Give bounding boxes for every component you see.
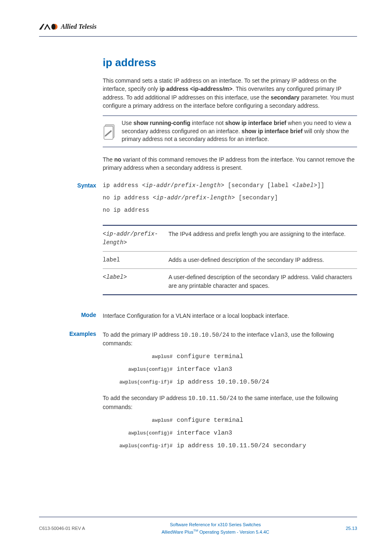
command-prompt: awplus(config)#	[103, 366, 177, 373]
mode-text: Interface Configuration for a VLAN inter…	[103, 312, 357, 320]
command-text: ip address 10.10.10.50/24	[177, 379, 269, 386]
command-row: awplus(config-if)# ip address 10.10.10.5…	[103, 379, 357, 386]
example1-intro: To add the primary IP address 10.10.10.5…	[103, 331, 357, 348]
example1-commands: awplus# configure terminal awplus(config…	[103, 353, 357, 386]
param-name: <label>	[103, 268, 168, 295]
table-row: label Adds a user-defined description of…	[103, 251, 357, 268]
command-row: awplus(config-if)# ip address 10.10.11.5…	[103, 442, 357, 449]
table-row: <ip-addr/prefix-length> The IPv4 address…	[103, 225, 357, 252]
note-callout: Use show running-config interface not sh…	[103, 116, 357, 147]
mode-label: Mode	[39, 312, 103, 326]
footer-divider	[39, 517, 357, 517]
footer-page-number: 25.13	[346, 526, 357, 531]
command-row: awplus(config)# interface vlan3	[103, 430, 357, 437]
note-icon	[103, 123, 116, 140]
command-row: awplus# configure terminal	[103, 353, 357, 360]
param-name: label	[103, 251, 168, 268]
command-row: awplus# configure terminal	[103, 417, 357, 424]
syntax-label: Syntax	[39, 182, 103, 309]
table-row: <label> A user-defined description of th…	[103, 268, 357, 295]
page-title: ip address	[103, 56, 357, 69]
syntax-line-2: no ip address <ip-addr/prefix-length> [s…	[103, 194, 357, 201]
note-text: Use show running-config interface not sh…	[122, 119, 357, 143]
intro-paragraph: This command sets a static IP address on…	[103, 76, 357, 110]
parameter-table: <ip-addr/prefix-length> The IPv4 address…	[103, 225, 357, 295]
command-prompt: awplus(config-if)#	[103, 379, 177, 386]
examples-label: Examples	[39, 331, 103, 458]
command-text: interface vlan3	[177, 366, 232, 373]
param-name: <ip-addr/prefix-length>	[103, 225, 168, 252]
svg-marker-1	[44, 24, 51, 30]
command-prompt: awplus(config)#	[103, 430, 177, 437]
command-prompt: awplus(config-if)#	[103, 442, 177, 449]
command-prompt: awplus#	[103, 417, 177, 424]
command-row: awplus(config)# interface vlan3	[103, 366, 357, 373]
param-desc: The IPv4 address and prefix length you a…	[168, 225, 357, 252]
svg-marker-0	[39, 24, 44, 30]
footer-doc-id: C613-50046-01 REV A	[39, 526, 85, 531]
command-text: configure terminal	[177, 353, 243, 360]
param-desc: Adds a user-defined description of the s…	[168, 251, 357, 268]
logo-text: Allied Telesis	[61, 23, 97, 30]
example2-intro: To add the secondary IP address 10.10.11…	[103, 394, 357, 411]
command-text: configure terminal	[177, 417, 243, 424]
command-text: ip address 10.10.11.50/24 secondary	[177, 442, 306, 449]
logo-mark-icon	[39, 23, 58, 30]
syntax-line-3: no ip address	[103, 207, 357, 213]
header-divider	[39, 36, 357, 37]
brand-logo: Allied Telesis	[39, 21, 357, 33]
page-footer: C613-50046-01 REV A Software Reference f…	[39, 517, 357, 535]
no-variant-paragraph: The no variant of this command removes t…	[103, 155, 357, 172]
syntax-line-1: ip address <ip-addr/prefix-length> [seco…	[103, 182, 357, 189]
svg-point-3	[51, 24, 55, 30]
command-text: interface vlan3	[177, 430, 232, 437]
example2-commands: awplus# configure terminal awplus(config…	[103, 417, 357, 449]
command-prompt: awplus#	[103, 353, 177, 360]
footer-center: Software Reference for x310 Series Switc…	[161, 521, 269, 535]
param-desc: A user-defined description of the second…	[168, 268, 357, 295]
